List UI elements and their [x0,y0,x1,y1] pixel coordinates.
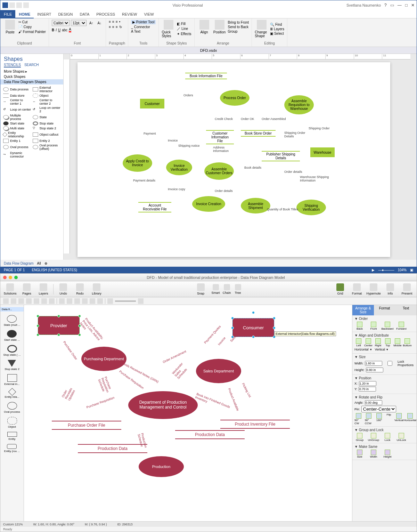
zoom-level[interactable]: 104% [398,268,407,272]
shape-dynamic-connector[interactable]: ⤳Dynamic connector [3,151,31,158]
align-right-icon[interactable]: ≡ [116,25,118,29]
copy-button[interactable]: 📄 Copy [18,25,46,29]
proc-apply-credit[interactable]: Apply Credit to Invoice [123,154,152,172]
align-left-icon[interactable]: ≡ [109,25,111,29]
proc-invoice-creation[interactable]: Invoice Creation [192,196,225,212]
shape-state[interactable]: State [33,114,61,121]
handle-icon[interactable] [78,333,81,336]
stencil-external[interactable]: External in... [4,374,19,386]
bullets-icon[interactable]: • [119,20,121,24]
handle-icon[interactable] [57,333,60,336]
zoom-out-icon[interactable] [107,298,113,304]
shape-multi-state[interactable]: Multi state [3,126,31,130]
tab-home[interactable]: HOME [15,10,34,18]
proc-dpm[interactable]: Department of Production Management and … [128,391,198,419]
tab-view[interactable]: VIEW [140,10,157,18]
tab-insert[interactable]: INSERT [34,10,55,18]
shape-stop-state2[interactable]: ▽Stop state 2 [33,126,61,130]
select-tool-icon[interactable] [3,298,9,304]
proc-process-order[interactable]: Process Order [220,90,250,106]
fill-button[interactable]: ◧ Fill [177,22,191,26]
ext-provider[interactable]: Provider [38,316,80,335]
y-input[interactable] [359,387,376,392]
ext-customer[interactable]: Customer [140,99,164,108]
handle-icon[interactable] [231,327,234,329]
handle-icon[interactable] [231,317,234,320]
quick-shapes-link[interactable]: Quick Shapes [0,74,63,79]
proc-assemble-cust[interactable]: Assemble Customer Orders [204,162,234,180]
align-right-button[interactable]: Right [374,338,382,347]
handle-icon[interactable] [252,311,255,314]
stencils-tab[interactable]: STENCILS [4,63,21,67]
zoom-indicator[interactable]: Custom 121% [3,523,23,526]
page-tab-dfd[interactable]: Data Flow Diagram [4,261,34,265]
smart-button[interactable]: Smart [211,284,221,295]
angle-input[interactable] [365,400,382,405]
grid-button[interactable]: Grid [333,283,347,295]
store-prod-data1[interactable]: Production Data [78,444,147,453]
group-button[interactable]: Group [354,433,365,442]
rotate-180-button[interactable]: 180° [375,413,383,425]
library-button[interactable]: Library [90,283,104,295]
stencil-state-mult[interactable]: State (mult ... [4,315,21,327]
ext-warehouse[interactable]: Warehouse [310,147,335,157]
shape-center1[interactable]: ↔Center to center 1 [3,98,31,105]
panel-tab-arrange[interactable]: Arrange & Size [352,305,374,315]
minimize-icon[interactable] [9,276,12,279]
x-input[interactable] [359,381,376,386]
misc5-tool-icon[interactable] [90,298,95,304]
document-tab[interactable]: DFD.vsdx [200,48,217,53]
misc3-tool-icon[interactable] [74,298,80,304]
tab-process[interactable]: PROCESS [93,10,118,18]
rotate-90cw-button[interactable]: 90° CW [354,413,363,425]
layers-button[interactable]: ≣ Layers [270,27,284,31]
order-forward-button[interactable]: Forward [396,322,407,330]
shape-external-interactor[interactable]: External interactor [33,86,61,93]
proc-production[interactable]: Production [139,456,184,477]
drawing-page[interactable]: Book Information File Customer Informati… [77,62,390,257]
stencil-oval-process[interactable]: Oval process [4,402,20,413]
store-cust-info[interactable]: Customer Information File [206,130,234,144]
present-button[interactable]: Present [400,283,414,295]
cut-button[interactable]: ✂ Cut [18,20,46,24]
order-backward-button[interactable]: Backward [382,322,393,330]
shape-loop2[interactable]: ↺Loop on center 2 [33,106,61,113]
info-button[interactable]: Info [383,283,397,295]
stencil-lib-label[interactable]: Data fl... [0,307,24,312]
minimize-icon[interactable]: — [398,3,402,8]
change-shape-button[interactable]: Change Shape [255,20,269,38]
undo-button[interactable]: Undo [56,283,70,295]
lock-proportions-checkbox[interactable] [384,361,396,366]
handle-icon[interactable] [36,315,39,317]
shape-center2[interactable]: ↔Center to center 2 [33,98,61,105]
shape-loop1[interactable]: ↺Loop on center [3,106,31,113]
tab-review[interactable]: REVIEW [118,10,140,18]
tree-button[interactable]: Tree [233,284,243,295]
dist-v-button[interactable]: Vertical [375,348,385,351]
handle-icon[interactable] [273,327,276,329]
stencil-object[interactable]: Object [7,417,17,428]
tab-data[interactable]: DATA [76,10,93,18]
zoom-slider[interactable] [115,300,136,302]
shape-start-state[interactable]: Start state [3,121,31,126]
store-prod-data2[interactable]: Production Data [175,430,245,439]
store-pub-ship[interactable]: Publisher Shipping Details [262,151,300,161]
snap-button[interactable]: Snap [194,283,208,295]
shape-stop-state[interactable]: Stop state [33,121,61,126]
stencil-stop-state[interactable]: Stop state ( ... [3,345,21,356]
shape-entity2[interactable]: Entity 2 [33,139,61,143]
fit-page-icon[interactable]: ▣ [410,268,413,272]
close-icon[interactable]: ✕ [411,3,415,8]
align-button[interactable]: Align [197,20,211,34]
mac-canvas[interactable]: Provider Consumer External interactor(Da… [24,305,352,521]
shape-data-process[interactable]: Data process [3,86,31,93]
line-tool-icon[interactable] [18,298,24,304]
proc-assemble-req[interactable]: Assemble Requisition to Warehouse [284,95,314,114]
shape-multi-process[interactable]: Multiple process [3,114,31,121]
chain-button[interactable]: Chain [222,284,232,295]
tab-design[interactable]: DESIGN [55,10,76,18]
paste-button[interactable]: Paste [3,20,17,34]
align-bot-icon[interactable]: ≡ [116,20,118,24]
panel-tab-text[interactable]: Text [395,305,417,315]
bring-front-button[interactable]: Bring to Front [228,21,249,24]
